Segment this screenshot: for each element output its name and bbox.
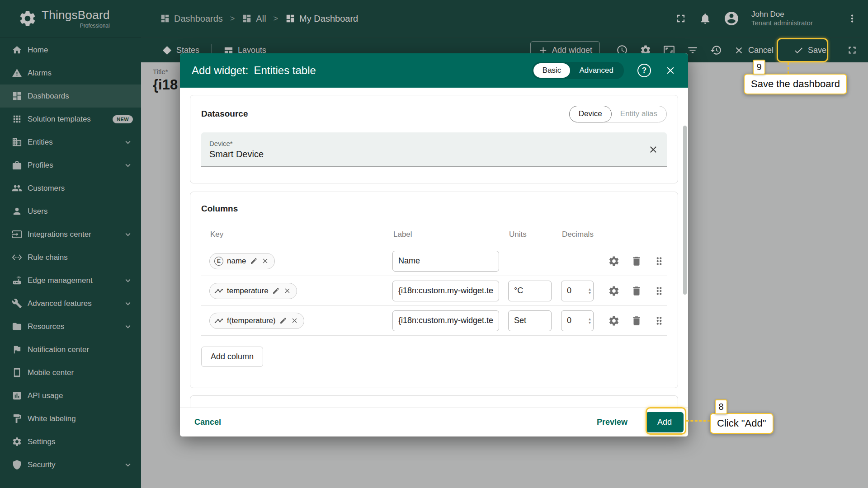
label-input[interactable] [392, 281, 499, 301]
datasource-type-toggle: Device Entity alias [569, 106, 667, 122]
edit-key-icon[interactable] [250, 257, 258, 265]
dialog-scrollbar[interactable] [683, 126, 687, 295]
datasource-type-device[interactable]: Device [569, 106, 612, 122]
columns-header-row: KeyLabelUnitsDecimals [201, 223, 667, 246]
device-field-value: Smart Device [209, 149, 264, 160]
save-annotation-callout: Save the dashboard [744, 74, 847, 94]
units-input[interactable] [508, 281, 552, 301]
add-annotation-callout: Click "Add" [710, 413, 774, 434]
save-highlight-ring [777, 38, 828, 62]
column-row-temperature: temperature▴▾ [201, 276, 667, 306]
mode-advanced[interactable]: Advanced [570, 63, 623, 78]
delete-column-icon[interactable] [631, 315, 642, 327]
app-root: ThingsBoard Professional Dashboards>All>… [0, 0, 868, 488]
column-settings-icon[interactable] [608, 255, 620, 267]
mode-toggle: Basic Advanced [532, 62, 624, 79]
datasource-section: Datasource Device Entity alias Device* S… [190, 95, 678, 183]
clear-device-icon[interactable] [648, 144, 659, 155]
number-stepper-icon[interactable]: ▴▾ [589, 287, 591, 295]
dialog-title: Add widget: Entities table [192, 64, 316, 77]
remove-key-icon[interactable] [291, 317, 298, 324]
key-chip-label: temperature [227, 286, 269, 296]
timeseries-icon [214, 316, 223, 325]
edit-key-icon[interactable] [272, 287, 280, 295]
datasource-heading: Datasource [201, 109, 248, 119]
dialog-cancel-button[interactable]: Cancel [190, 414, 226, 431]
datasource-type-entity-alias[interactable]: Entity alias [611, 106, 666, 122]
key-chip-label: f(temperature) [227, 316, 276, 325]
device-field[interactable]: Device* Smart Device [201, 132, 667, 167]
help-icon[interactable]: ? [637, 64, 651, 77]
dialog-body: Datasource Device Entity alias Device* S… [180, 88, 688, 408]
key-chip[interactable]: temperature [209, 283, 297, 299]
drag-handle-icon[interactable] [653, 285, 665, 297]
column-header-decimals: Decimals [558, 230, 608, 239]
columns-rows: Enametemperature▴▾f(temperature)▴▾ [201, 246, 667, 336]
column-settings-icon[interactable] [608, 285, 620, 297]
timeseries-icon [214, 286, 223, 296]
column-header-key: Key [201, 230, 389, 239]
dialog-widget-type: Entities table [254, 64, 316, 77]
delete-column-icon[interactable] [631, 255, 642, 267]
key-chip[interactable]: Ename [209, 253, 275, 269]
remove-key-icon[interactable] [283, 287, 291, 295]
add-widget-dialog: Add widget: Entities table Basic Advance… [180, 53, 688, 436]
next-section-sliver [190, 395, 678, 408]
add-column-button[interactable]: Add column [201, 347, 263, 367]
mode-basic[interactable]: Basic [533, 63, 571, 78]
remove-key-icon[interactable] [261, 257, 269, 265]
delete-column-icon[interactable] [631, 285, 642, 297]
drag-handle-icon[interactable] [653, 315, 665, 327]
column-row-f-temperature: f(temperature)▴▾ [201, 306, 667, 336]
add-highlight-ring [646, 407, 686, 435]
key-chip-label: name [227, 257, 246, 266]
label-input[interactable] [392, 310, 499, 331]
columns-heading: Columns [201, 204, 238, 213]
add-annotation-connector [686, 420, 710, 422]
units-input[interactable] [508, 310, 552, 331]
add-step-number: 8 [715, 399, 727, 414]
device-field-label: Device* [209, 140, 264, 147]
column-header-units: Units [505, 230, 558, 239]
save-annotation-connector [788, 62, 789, 74]
save-step-number: 9 [753, 60, 765, 75]
label-input[interactable] [392, 251, 499, 272]
key-chip[interactable]: f(temperature) [209, 313, 304, 329]
drag-handle-icon[interactable] [653, 255, 665, 267]
dialog-footer: Cancel Preview Add [180, 408, 688, 436]
number-stepper-icon[interactable]: ▴▾ [589, 317, 591, 324]
dialog-header: Add widget: Entities table Basic Advance… [180, 53, 688, 88]
entity-field-icon: E [214, 257, 223, 266]
columns-table: KeyLabelUnitsDecimals Enametemperature▴▾… [201, 223, 667, 336]
columns-section: Columns KeyLabelUnitsDecimals Enametempe… [190, 192, 678, 388]
edit-key-icon[interactable] [279, 317, 287, 324]
column-settings-icon[interactable] [608, 315, 620, 327]
preview-button[interactable]: Preview [592, 414, 632, 431]
column-row-name: Ename [201, 246, 667, 276]
dialog-title-prefix: Add widget: [192, 64, 248, 77]
column-header-label: Label [389, 230, 505, 239]
dialog-close-icon[interactable] [665, 65, 676, 76]
